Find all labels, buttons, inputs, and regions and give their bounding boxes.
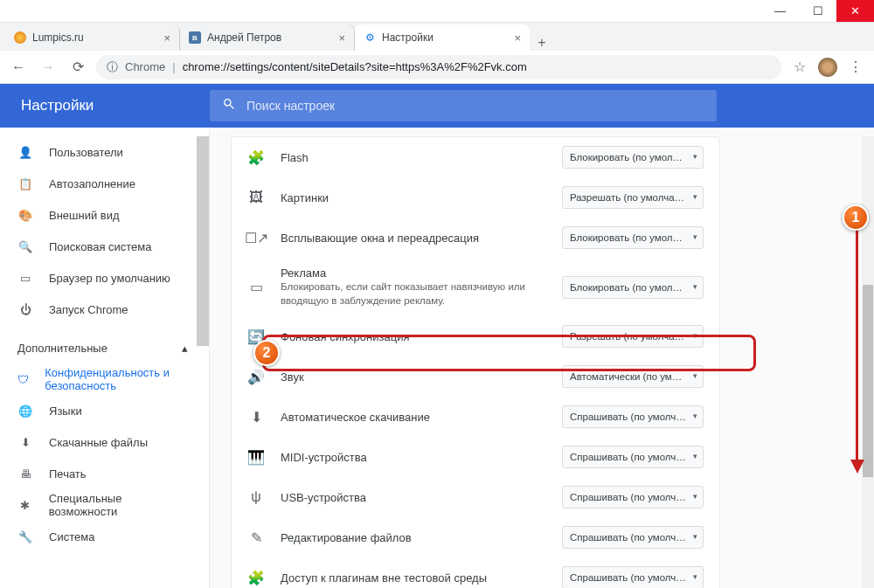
palette-icon: 🎨: [17, 209, 33, 222]
sidebar-item-accessibility[interactable]: ✱Специальные возможности: [0, 489, 209, 521]
permission-row-usb: ψ USB-устройства Спрашивать (по умолчани…: [232, 477, 719, 517]
settings-header: Настройки: [0, 84, 874, 128]
new-tab-button[interactable]: +: [530, 35, 554, 51]
ads-icon: ▭: [247, 279, 265, 295]
permission-select[interactable]: Спрашивать (по умолчанию): [562, 405, 704, 428]
edit-file-icon: ✎: [247, 529, 265, 546]
permission-label: USB-устройства: [281, 491, 546, 504]
sidebar-item-download[interactable]: ⬇Скачанные файлы: [0, 426, 209, 458]
tab-settings[interactable]: ⚙ Настройки ×: [355, 24, 530, 51]
sidebar-section-advanced[interactable]: Дополнительные▴: [0, 332, 209, 363]
sidebar-item-label: Печать: [49, 467, 87, 481]
permission-label: Всплывающие окна и переадресация: [281, 232, 546, 245]
tab-close-icon[interactable]: ×: [514, 31, 521, 45]
reload-button[interactable]: ⟳: [66, 56, 89, 79]
address-bar[interactable]: ⓘ Chrome | chrome://settings/content/sit…: [96, 55, 781, 80]
tab-lumpics[interactable]: Lumpics.ru ×: [5, 24, 180, 51]
permission-select[interactable]: Блокировать (по умолчанию): [562, 276, 704, 299]
sound-icon: 🔊: [247, 369, 265, 385]
settings-search[interactable]: [210, 90, 717, 121]
sidebar-scrollbar[interactable]: [197, 136, 209, 346]
assignment-icon: 📋: [17, 177, 33, 190]
settings-header-title: Настройки: [0, 97, 210, 114]
permission-select[interactable]: Разрешать (по умолчанию): [562, 186, 704, 209]
permission-select[interactable]: Блокировать (по умолчанию): [562, 226, 704, 249]
sidebar-item-power[interactable]: ⏻Запуск Chrome: [0, 294, 209, 325]
permission-label: Звук: [281, 370, 546, 384]
maximize-button[interactable]: ☐: [799, 0, 836, 22]
permission-select[interactable]: Спрашивать (по умолчанию): [562, 446, 704, 468]
download-icon: ⬇: [247, 409, 265, 425]
forward-button[interactable]: →: [37, 56, 59, 79]
profile-avatar[interactable]: [818, 58, 837, 77]
sidebar-item-search[interactable]: 🔍Поисковая система: [0, 231, 209, 262]
tab-title: Lumpics.ru: [32, 31, 157, 44]
settings-sidebar: 👤Пользователи📋Автозаполнение🎨Внешний вид…: [0, 84, 210, 588]
favicon-settings-icon: ⚙: [364, 31, 376, 44]
sidebar-item-print[interactable]: 🖶Печать: [0, 458, 209, 489]
web-icon: ▭: [17, 272, 33, 285]
permission-select[interactable]: Спрашивать (по умолчанию): [562, 486, 704, 508]
permission-select[interactable]: Разрешать (по умолчанию): [562, 325, 704, 348]
sidebar-item-label: Запуск Chrome: [49, 303, 128, 316]
download-icon: ⬇: [17, 436, 33, 449]
sidebar-item-label: Конфиденциальность и безопасность: [45, 366, 191, 392]
tab-close-icon[interactable]: ×: [163, 31, 170, 45]
sidebar-item-globe[interactable]: 🌐Языки: [0, 395, 209, 426]
search-icon: 🔍: [17, 240, 33, 253]
image-icon: 🖼: [247, 190, 265, 205]
permission-select[interactable]: Блокировать (по умолчанию): [562, 146, 704, 169]
tab-strip: Lumpics.ru × B Андрей Петров × ⚙ Настрой…: [0, 23, 874, 51]
url-scheme: Chrome: [125, 60, 165, 73]
power-icon: ⏻: [17, 303, 33, 316]
permission-label: Фоновая синхронизация: [281, 330, 546, 343]
star-bookmark-icon[interactable]: ☆: [788, 56, 811, 79]
person-icon: 👤: [17, 146, 33, 159]
midi-icon: 🎹: [247, 449, 265, 466]
permission-select[interactable]: Спрашивать (по умолчанию): [562, 526, 704, 549]
sidebar-item-label: Автозаполнение: [49, 177, 135, 190]
navigation-bar: ← → ⟳ ⓘ Chrome | chrome://settings/conte…: [0, 51, 874, 84]
permission-label: Flash: [281, 151, 546, 164]
permission-row-popup: ☐↗ Всплывающие окна и переадресация Блок…: [232, 218, 719, 258]
tab-close-icon[interactable]: ×: [338, 31, 345, 45]
usb-icon: ψ: [247, 489, 265, 505]
main-scrollbar-thumb[interactable]: [863, 285, 873, 477]
sidebar-item-label: Система: [49, 530, 94, 543]
sidebar-item-person[interactable]: 👤Пользователи: [0, 136, 209, 168]
permission-label: Картинки: [281, 191, 546, 204]
popup-icon: ☐↗: [247, 230, 265, 246]
sidebar-item-label: Браузер по умолчанию: [49, 272, 170, 285]
menu-button[interactable]: ⋮: [844, 56, 867, 79]
main-scrollbar-track[interactable]: [862, 136, 874, 588]
sidebar-item-wrench[interactable]: 🔧Система: [0, 521, 209, 552]
permission-row-ads: ▭ РекламаБлокировать, если сайт показыва…: [232, 258, 719, 316]
minimize-button[interactable]: —: [761, 0, 799, 22]
settings-search-input[interactable]: [246, 99, 704, 113]
sidebar-item-palette[interactable]: 🎨Внешний вид: [0, 199, 209, 231]
tab-title: Настройки: [382, 31, 508, 44]
sidebar-item-web[interactable]: ▭Браузер по умолчанию: [0, 262, 209, 294]
chevron-up-icon: ▴: [182, 342, 188, 355]
sidebar-item-label: Скачанные файлы: [49, 436, 148, 449]
back-button[interactable]: ←: [7, 56, 30, 79]
permission-row-image: 🖼 Картинки Разрешать (по умолчанию): [232, 177, 719, 218]
permission-row-midi: 🎹 MIDI-устройства Спрашивать (по умолчан…: [232, 437, 719, 477]
annotation-arrow: [856, 229, 858, 463]
close-window-button[interactable]: ✕: [836, 0, 874, 22]
sidebar-item-label: Специальные возможности: [49, 492, 191, 518]
permission-select[interactable]: Спрашивать (по умолчанию): [562, 566, 704, 588]
permission-sublabel: Блокировать, если сайт показывает навязч…: [281, 280, 546, 308]
permission-row-edit-file: ✎ Редактирование файлов Спрашивать (по у…: [232, 517, 719, 557]
search-icon: [222, 97, 236, 114]
permission-label: Доступ к плагинам вне тестовой среды: [281, 571, 546, 585]
favicon-lumpics-icon: [14, 31, 26, 44]
sidebar-item-assignment[interactable]: 📋Автозаполнение: [0, 168, 209, 199]
wrench-icon: 🔧: [17, 530, 33, 543]
permission-row-download: ⬇ Автоматическое скачивание Спрашивать (…: [232, 397, 719, 437]
sidebar-section-label: Дополнительные: [17, 342, 108, 355]
permission-select[interactable]: Автоматически (по умолчанию): [562, 365, 704, 388]
window-titlebar: — ☐ ✕: [0, 0, 874, 23]
tab-vk[interactable]: B Андрей Петров ×: [180, 24, 355, 51]
sidebar-item-shield[interactable]: 🛡Конфиденциальность и безопасность: [0, 363, 209, 395]
